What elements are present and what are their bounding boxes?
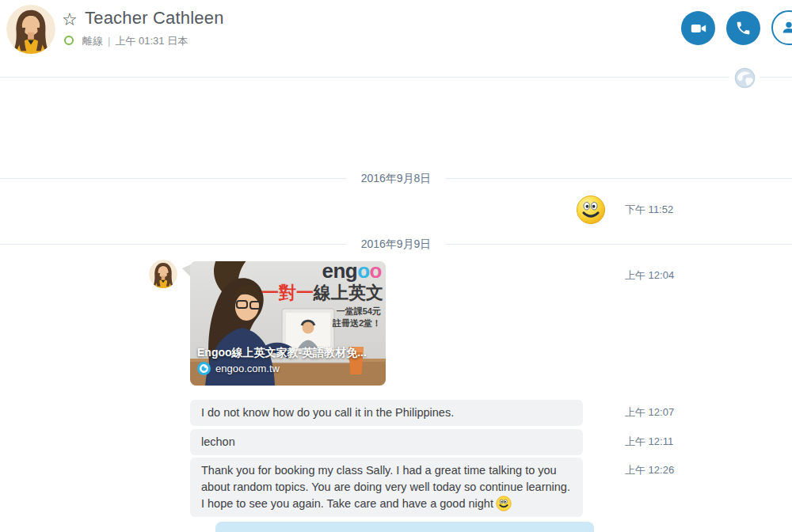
phone-icon: [735, 20, 752, 36]
date-label: 2016年9月9日: [347, 237, 446, 251]
bonus-line: 註冊送2堂！: [333, 317, 381, 329]
logo-o-cyan: o: [357, 261, 369, 283]
status-separator: |: [108, 35, 110, 47]
skype-conversation-window: ☆ Teacher Cathleen 離線|上午 01:31 日本: [0, 0, 792, 532]
conversation-title: Teacher Cathleen: [85, 8, 224, 28]
message-timestamp: 上午 12:04: [625, 268, 674, 283]
incoming-message-bubble: Thank you for booking my class Sally. I …: [190, 458, 583, 517]
incoming-message-bubble: I do not know how do you call it in the …: [190, 400, 583, 426]
status-text: 離線: [82, 35, 103, 47]
incoming-message-bubble: lechon: [190, 429, 583, 455]
local-time-text: 上午 01:31 日本: [115, 35, 188, 47]
link-preview-card[interactable]: engoo 一對一線上英文 一堂課54元 註冊送2堂！ Engoo線上英文家教-…: [190, 261, 386, 386]
status-line: 離線|上午 01:31 日本: [82, 34, 188, 48]
contact-avatar[interactable]: [6, 5, 55, 54]
audio-call-button[interactable]: [726, 11, 760, 45]
sent-emoticon-message: [576, 195, 606, 225]
outgoing-message-bubble-partial: [215, 522, 594, 532]
header-divider-line: [0, 77, 792, 78]
contact-profile-button[interactable]: [771, 10, 792, 45]
video-call-button[interactable]: [681, 11, 715, 45]
logo-o-pink: o: [370, 261, 382, 283]
engoo-favicon: [197, 362, 211, 375]
date-label: 2016年9月8日: [347, 171, 446, 185]
video-camera-icon: [690, 20, 707, 37]
presence-status-icon: [64, 36, 74, 45]
card-subtext: 一堂課54元 註冊送2堂！: [333, 306, 381, 329]
message-sender-avatar[interactable]: [149, 260, 177, 288]
message-timestamp: 上午 12:26: [625, 463, 674, 477]
smiley-face-icon: [576, 195, 606, 225]
person-icon: [780, 19, 792, 36]
card-domain-row: engoo.com.tw: [197, 362, 280, 375]
date-divider: 2016年9月9日: [0, 237, 792, 251]
avatar-image: [6, 5, 55, 54]
card-link-title: Engoo線上英文家教-英語教材免...: [197, 346, 367, 360]
globe-icon: [729, 66, 760, 89]
message-timestamp: 上午 12:11: [625, 435, 673, 449]
smiley-face-icon: [496, 496, 512, 511]
price-line: 一堂課54元: [333, 306, 381, 317]
headline-red: 一對一: [261, 283, 314, 302]
message-timestamp: 下午 11:52: [625, 203, 673, 217]
message-text: Thank you for booking my class Sally. I …: [201, 464, 570, 510]
favorite-star-icon[interactable]: ☆: [62, 9, 78, 31]
headline-dark: 線上英文: [314, 283, 383, 302]
date-divider: 2016年9月8日: [0, 171, 792, 185]
avatar-image: [149, 260, 177, 288]
card-domain-text: engoo.com.tw: [215, 363, 280, 374]
card-headline: 一對一線上英文: [261, 283, 383, 303]
engoo-logo: engoo: [322, 261, 382, 282]
globe-glyph: [734, 67, 756, 89]
logo-text: eng: [322, 261, 357, 283]
message-timestamp: 上午 12:07: [625, 405, 674, 420]
